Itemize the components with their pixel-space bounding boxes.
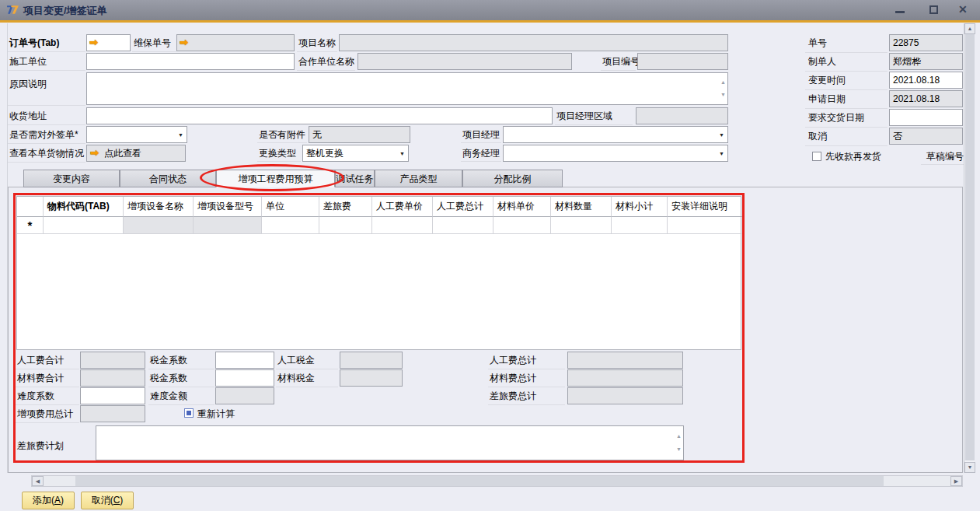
recalc-checkbox[interactable] [184, 408, 194, 418]
scroll-right-icon[interactable]: ▶ [950, 476, 962, 486]
separator [297, 70, 355, 71]
project-name-field [339, 34, 728, 51]
change-type-label: 更换类型 [259, 145, 296, 162]
construction-unit-label: 施工单位 [9, 53, 47, 70]
cell-material-subtotal[interactable] [612, 217, 668, 234]
cell-labor-price[interactable] [372, 217, 433, 234]
draft-no-label: 草稿编号 [926, 148, 964, 165]
business-manager-dropdown[interactable]: ▼ [503, 145, 728, 162]
vertical-scrollbar-thumb[interactable] [965, 34, 975, 460]
tab-allocation-ratio[interactable]: 分配比例 [462, 170, 563, 187]
maintenance-no-label: 维保单号 [134, 34, 171, 51]
grid-header-item-code: 物料代码(TAB) [44, 197, 124, 217]
change-time-input[interactable] [889, 72, 963, 89]
link-arrow-icon[interactable]: ➡ [89, 34, 102, 51]
chevron-down-icon: ▼ [719, 145, 724, 163]
pm-region-field [636, 107, 728, 124]
reason-textarea[interactable]: ▲ ▼ [86, 72, 728, 105]
scroll-down-icon[interactable]: ▼ [676, 442, 682, 457]
cell-material-qty[interactable] [551, 217, 612, 234]
scroll-up-icon[interactable]: ▲ [964, 23, 975, 34]
cell-travel-fee[interactable] [319, 217, 372, 234]
grid-header-material-subtotal: 材料小计 [612, 197, 668, 217]
close-icon[interactable]: ✕ [958, 3, 968, 16]
tab-product-type[interactable]: 产品类型 [375, 170, 462, 187]
material-tax-field [340, 369, 403, 387]
attachment-label: 是否有附件 [259, 126, 305, 143]
external-sign-dropdown[interactable]: ▼ [86, 126, 187, 143]
tab-contract-status[interactable]: 合同状态 [120, 170, 216, 187]
external-sign-label: 是否需对外签单* [9, 126, 78, 143]
travel-plan-label: 差旅费计划 [17, 437, 64, 454]
cancel-button[interactable]: 取消(C) [81, 492, 134, 509]
change-type-dropdown[interactable]: 整机更换 ▼ [302, 145, 409, 162]
travel-plan-textarea[interactable]: ▲ ▼ [96, 425, 684, 460]
horizontal-scrollbar-thumb[interactable] [75, 476, 884, 486]
accent-line [0, 20, 980, 23]
add-button-hotkey: A [54, 495, 61, 506]
link-arrow-icon[interactable]: ➡ [90, 145, 103, 162]
cancel-status-field: 否 [889, 128, 963, 145]
grid-new-row[interactable]: * [17, 217, 741, 234]
cell-material-price[interactable] [493, 217, 551, 234]
grid-header-unit: 单位 [262, 197, 319, 217]
construction-unit-input[interactable] [86, 53, 295, 70]
view-goods-label: 查看本单货物情况 [9, 145, 84, 162]
partner-name-label: 合作单位名称 [298, 53, 354, 70]
project-manager-label: 项目经理 [462, 126, 500, 143]
labor-grand-label: 人工费总计 [490, 352, 536, 369]
doc-no-field: 22875 [889, 34, 963, 51]
separator [555, 124, 633, 125]
labor-total-field [80, 352, 145, 369]
business-manager-label: 商务经理 [462, 145, 500, 162]
separator [16, 422, 79, 423]
tax-factor2-input[interactable] [215, 369, 274, 387]
separator [805, 145, 888, 146]
add-button-label-end: ) [61, 495, 64, 506]
project-manager-dropdown[interactable]: ▼ [503, 126, 728, 143]
travel-grand-field [567, 387, 683, 404]
cancel-button-label-end: ) [120, 495, 123, 506]
vertical-scrollbar[interactable]: ▲ ▼ [964, 23, 975, 473]
horizontal-scrollbar[interactable]: ◀ ▶ [31, 475, 963, 487]
addition-total-label: 增项费用总计 [17, 405, 73, 422]
link-arrow-icon[interactable]: ➡ [180, 34, 192, 51]
scroll-down-icon[interactable]: ▼ [720, 87, 726, 103]
new-row-marker: * [17, 217, 44, 234]
scroll-down-icon[interactable]: ▼ [964, 462, 975, 473]
cell-labor-total[interactable] [433, 217, 493, 234]
cell-item-code[interactable] [44, 217, 124, 234]
difficulty-amount-field [215, 387, 274, 404]
cell-unit[interactable] [262, 217, 319, 234]
separator [276, 387, 338, 387]
creator-field: 郑熠桦 [889, 53, 963, 70]
change-time-label: 变更时间 [808, 72, 846, 89]
tab-addition-cost-budget[interactable]: 增项工程费用预算 [216, 170, 335, 187]
minimize-icon[interactable] [895, 11, 905, 13]
tab-change-content[interactable]: 变更内容 [23, 170, 120, 187]
tab-debug-task[interactable]: 调试任务 [335, 170, 375, 187]
project-change-window: 项目变更/增签证单 ✕ 订单号(Tab) ➡ 维保单号 ➡ 项目名称 施工单位 … [0, 0, 980, 511]
grid-header-labor-price: 人工费单价 [372, 197, 433, 217]
maintenance-no-field [176, 34, 295, 51]
grid-header-install-detail: 安装详细说明 [668, 197, 742, 217]
pay-first-checkbox[interactable] [812, 152, 821, 161]
delivery-date-input[interactable] [889, 109, 963, 126]
tax-factor1-input[interactable] [215, 352, 274, 369]
cell-install-detail[interactable] [668, 217, 742, 234]
material-total-label: 材料费合计 [17, 369, 64, 387]
items-grid: 物料代码(TAB) 增项设备名称 增项设备型号 单位 差旅费 人工费单价 人工费… [16, 196, 741, 350]
grid-header-material-qty: 材料数量 [551, 197, 612, 217]
material-grand-label: 材料费总计 [490, 369, 536, 387]
material-grand-field [567, 369, 683, 387]
material-total-field [80, 369, 145, 387]
delivery-address-label: 收货地址 [9, 107, 47, 124]
scroll-left-icon[interactable]: ◀ [32, 476, 44, 486]
difficulty-factor-input[interactable] [80, 387, 145, 404]
separator [8, 51, 85, 52]
grid-header-selector [17, 197, 44, 217]
add-button[interactable]: 添加(A) [22, 492, 75, 509]
maximize-icon[interactable] [929, 5, 938, 14]
delivery-address-input[interactable] [86, 107, 553, 124]
title-bar [0, 0, 980, 20]
